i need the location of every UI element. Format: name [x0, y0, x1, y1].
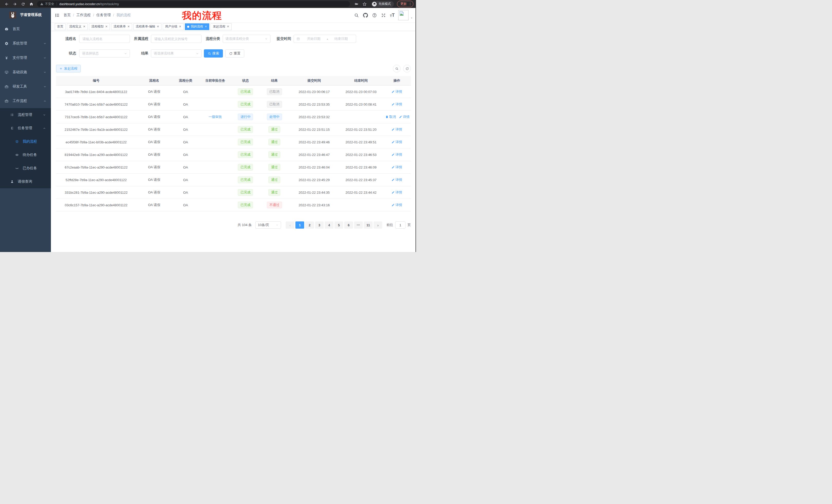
app-logo[interactable]: 芋道管理系统: [0, 8, 51, 22]
row-action-详情[interactable]: 详情: [392, 177, 402, 182]
row-action-详情[interactable]: 详情: [392, 203, 402, 207]
browser-back-icon[interactable]: [5, 2, 9, 6]
close-icon[interactable]: ✕: [157, 25, 159, 28]
close-icon[interactable]: ✕: [179, 25, 181, 28]
browser-reload-icon[interactable]: [21, 2, 25, 6]
tab-用户分组[interactable]: 用户分组 ✕: [163, 23, 184, 30]
page-button-1[interactable]: 1: [295, 221, 304, 229]
tab-首页[interactable]: 首页: [55, 23, 66, 30]
bookmark-star-icon[interactable]: [363, 2, 367, 6]
page-size-select[interactable]: 10条/页: [255, 221, 281, 229]
row-action-取消[interactable]: 取消: [385, 115, 396, 119]
edit-icon: [399, 115, 402, 118]
close-icon[interactable]: ✕: [227, 25, 229, 28]
github-icon[interactable]: [363, 13, 368, 18]
goto-page-input[interactable]: [395, 221, 406, 229]
caret-down-icon[interactable]: [410, 17, 413, 19]
security-warning-icon[interactable]: [40, 2, 44, 6]
row-action-详情[interactable]: 详情: [392, 89, 402, 94]
close-icon[interactable]: ✕: [105, 25, 107, 28]
browser-update-button[interactable]: 更新: [397, 1, 413, 7]
pager-ellipsis[interactable]: •••: [354, 221, 363, 229]
row-action-详情[interactable]: 详情: [392, 127, 402, 132]
key-icon[interactable]: [355, 2, 358, 6]
sidebar-item-待办任务[interactable]: 待办任务: [0, 148, 51, 162]
page-button-5[interactable]: 5: [335, 221, 343, 229]
col-task: 当前审批任务: [199, 76, 231, 86]
sidebar-item-请假查询[interactable]: 请假查询: [0, 175, 51, 188]
process-def-field: [151, 35, 202, 43]
sidebar-item-系统管理[interactable]: 系统管理: [0, 36, 51, 51]
status-badge: 已完成: [238, 189, 253, 196]
row-end-time: [339, 111, 383, 123]
row-action-详情[interactable]: 详情: [392, 190, 402, 195]
browser-menu-dots-icon[interactable]: [409, 2, 412, 6]
page-button-11[interactable]: 11: [364, 221, 372, 229]
breadcrumb-task-mgmt[interactable]: 任务管理: [97, 13, 111, 18]
tab-流程表单-编辑[interactable]: 流程表单-编辑 ✕: [133, 23, 161, 30]
sidebar-item-我的流程[interactable]: 我的流程: [0, 135, 51, 148]
sidebar-item-支付管理[interactable]: 支付管理: [0, 51, 51, 65]
page-button-2[interactable]: 2: [305, 221, 314, 229]
sidebar-item-首页[interactable]: 首页: [0, 22, 51, 36]
flow-icon: [10, 127, 14, 130]
result-select[interactable]: 请选择流结果: [151, 49, 202, 58]
breadcrumb-home[interactable]: 首页: [63, 13, 71, 18]
tab-流程表单[interactable]: 流程表单 ✕: [111, 23, 132, 30]
sidebar-fold-icon[interactable]: [55, 13, 60, 18]
row-task[interactable]: 一级审批: [199, 111, 231, 123]
sidebar-item-基础设施[interactable]: 基础设施: [0, 65, 51, 79]
tab-我的流程[interactable]: 我的流程 ✕: [185, 23, 209, 30]
sidebar-item-研发工具[interactable]: 研发工具: [0, 79, 51, 94]
table-row: 2152467e-7b9b-11ec-9a1b-acde48001122 OA …: [56, 123, 411, 136]
submit-time-range-picker[interactable]: 开始日期 - 结束日期: [294, 35, 356, 43]
fullscreen-icon[interactable]: [381, 13, 386, 18]
prev-page-button[interactable]: ‹: [286, 221, 294, 229]
row-action-详情[interactable]: 详情: [392, 152, 402, 157]
chevron-down-icon: [265, 37, 268, 40]
refresh-table-button[interactable]: [403, 65, 411, 73]
page-button-6[interactable]: 6: [344, 221, 353, 229]
security-warning-label: 不安全: [45, 2, 54, 6]
close-icon[interactable]: ✕: [83, 25, 85, 28]
row-action-详情[interactable]: 详情: [392, 102, 402, 107]
page-button-3[interactable]: 3: [315, 221, 324, 229]
process-def-label: 所属流程: [132, 36, 151, 41]
toggle-search-button[interactable]: [393, 65, 400, 73]
reset-button[interactable]: 重置: [225, 49, 244, 58]
search-button[interactable]: 搜索: [204, 49, 223, 58]
page-button-4[interactable]: 4: [325, 221, 334, 229]
table-row: 3ad174fb-7b9d-11ec-8404-acde48001122 OA …: [56, 86, 411, 98]
start-process-button[interactable]: 发起流程: [56, 65, 81, 73]
row-category: OA: [172, 123, 199, 136]
category-select[interactable]: 请选择流程分类: [223, 35, 270, 43]
result-badge: 通过: [268, 164, 280, 171]
breadcrumb-workflow[interactable]: 工作流程: [76, 13, 91, 18]
avatar[interactable]: [398, 10, 409, 20]
process-name-input[interactable]: [79, 35, 130, 43]
question-icon[interactable]: [372, 13, 377, 18]
sidebar-item-任务管理[interactable]: 任务管理: [0, 121, 51, 135]
process-def-input[interactable]: [151, 35, 201, 43]
row-action-详情[interactable]: 详情: [399, 115, 410, 119]
status-select[interactable]: 请选择状态: [79, 49, 130, 58]
row-action-详情[interactable]: 详情: [392, 165, 402, 170]
browser-home-icon[interactable]: [29, 2, 33, 6]
next-page-button[interactable]: ›: [373, 221, 382, 229]
close-icon[interactable]: ✕: [205, 25, 207, 28]
browser-forward-icon[interactable]: [13, 2, 17, 6]
tab-流程模型[interactable]: 流程模型 ✕: [89, 23, 110, 30]
font-size-icon[interactable]: TT: [390, 13, 395, 18]
sidebar-item-工作流程[interactable]: 工作流程: [0, 94, 51, 108]
sidebar-item-已办任务[interactable]: 已办任务: [0, 162, 51, 175]
search-icon[interactable]: [354, 13, 359, 18]
row-actions: 详情: [383, 161, 411, 174]
address-bar[interactable]: 不安全 dashboard.yudao.iocoder.cn/bpm/task/…: [37, 1, 350, 7]
row-action-详情[interactable]: 详情: [392, 140, 402, 144]
close-icon[interactable]: ✕: [127, 25, 130, 28]
result-badge: 不通过: [267, 202, 282, 208]
sidebar-item-流程管理[interactable]: 流程管理: [0, 108, 51, 121]
tab-发起流程[interactable]: 发起流程 ✕: [211, 23, 231, 30]
content: 流程名 所属流程 流程分类 请选择流程分类 提交时间 开始日期 - 结束日期: [51, 31, 416, 229]
tab-流程定义[interactable]: 流程定义 ✕: [67, 23, 88, 30]
